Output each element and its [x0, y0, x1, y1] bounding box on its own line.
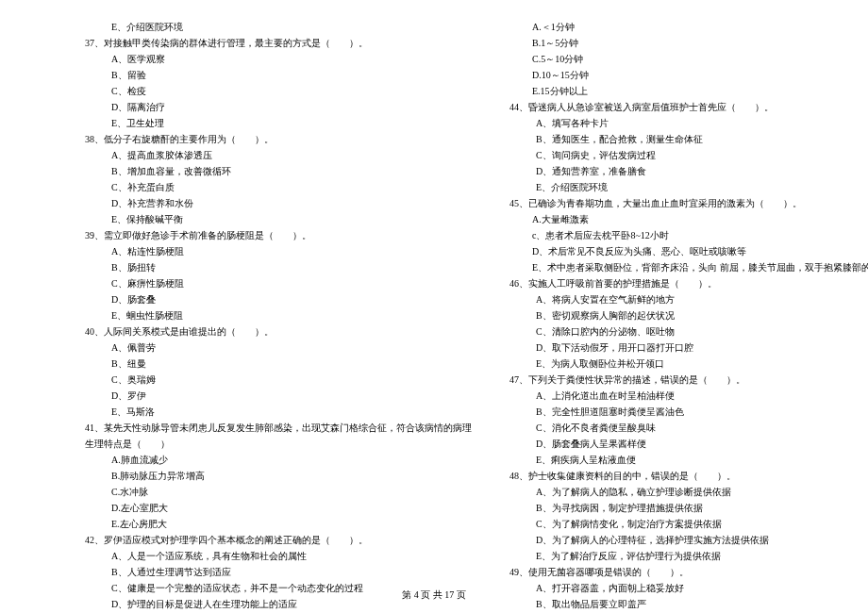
page-footer: 第 4 页 共 17 页	[0, 588, 868, 602]
question-line: 41、某先天性动脉导管未闭患儿反复发生肺部感染，出现艾森门格综合征，符合该病情的…	[85, 420, 472, 436]
option-line: E.左心房肥大	[85, 516, 472, 532]
option-line: E、为了解治疗反应，评估护理行为提供依据	[509, 548, 868, 564]
option-line: A、填写各种卡片	[509, 115, 868, 131]
question-line: 39、需立即做好急诊手术前准备的肠梗阻是（ ）。	[85, 227, 472, 243]
question-line: 48、护士收集健康资料的目的中，错误的是（ ）。	[509, 468, 868, 484]
option-line: D、肠套叠	[85, 291, 472, 307]
option-line: C、麻痹性肠梗阻	[85, 275, 472, 291]
option-line: D、为了解病人的心理特征，选择护理实施方法提供依据	[509, 532, 868, 548]
option-line: c、患者术后应去枕平卧8~12小时	[509, 227, 868, 243]
option-line: D.左心室肥大	[85, 500, 472, 516]
option-line: E、为病人取侧卧位并松开领口	[509, 356, 868, 372]
option-line: C、消化不良者粪便呈酸臭味	[509, 420, 868, 436]
page-columns: E、介绍医院环境37、对接触甲类传染病的群体进行管理，最主要的方式是（ ）。A、…	[85, 19, 807, 575]
option-line: C、清除口腔内的分泌物、呕吐物	[509, 323, 868, 340]
option-line: E、卫生处理	[85, 115, 472, 131]
option-line: A、上消化道出血在时呈柏油样便	[509, 388, 868, 404]
option-line: C、奥瑞姆	[85, 372, 472, 388]
option-line: B、密切观察病人胸部的起伏状况	[509, 307, 868, 323]
option-line: A.＜1分钟	[509, 19, 868, 35]
option-line: B、肠扭转	[85, 259, 472, 275]
option-line: B.1～5分钟	[509, 35, 868, 51]
option-line: E、马斯洛	[85, 404, 472, 420]
question-line: 37、对接触甲类传染病的群体进行管理，最主要的方式是（ ）。	[85, 35, 472, 51]
option-line: D、补充营养和水份	[85, 195, 472, 211]
option-line: E.15分钟以上	[509, 83, 868, 99]
option-line: C、为了解病情变化，制定治疗方案提供依据	[509, 516, 868, 532]
option-line: B、人通过生理调节达到适应	[85, 564, 472, 580]
option-line: B、完全性胆道阻塞时粪便呈酱油色	[509, 404, 868, 420]
option-line: D、取下活动假牙，用开口器打开口腔	[509, 340, 868, 356]
question-line: 45、已确诊为青春期功血，大量出血止血时宜采用的激素为（ ）。	[509, 195, 868, 211]
option-line: A.大量雌激素	[509, 211, 868, 227]
option-line: E、介绍医院环境	[85, 19, 472, 35]
left-column: E、介绍医院环境37、对接触甲类传染病的群体进行管理，最主要的方式是（ ）。A、…	[85, 19, 472, 575]
option-line: B、通知医生，配合抢救，测量生命体征	[509, 131, 868, 147]
option-line: D、罗伊	[85, 388, 472, 404]
option-line: C、检疫	[85, 83, 472, 99]
question-line: 47、下列关于粪便性状异常的描述，错误的是（ ）。	[509, 372, 868, 388]
option-line: A、提高血浆胶体渗透压	[85, 147, 472, 163]
question-line: 40、人际间关系模式是由谁提出的（ ）。	[85, 323, 472, 340]
option-line: E、痢疾病人呈粘液血便	[509, 452, 868, 468]
option-line: B、纽曼	[85, 356, 472, 372]
option-line: A、医学观察	[85, 51, 472, 67]
option-line: A、为了解病人的隐私，确立护理诊断提供依据	[509, 484, 868, 500]
option-line: E、蛔虫性肠梗阻	[85, 307, 472, 323]
option-line: A、佩普劳	[85, 340, 472, 356]
option-line: E、介绍医院环境	[509, 179, 868, 195]
option-line: B、留验	[85, 67, 472, 83]
option-line: E、保持酸碱平衡	[85, 211, 472, 227]
question-line: 49、使用无菌容器哪项是错误的（ ）。	[509, 564, 868, 580]
option-line: B.肺动脉压力异常增高	[85, 468, 472, 484]
question-continuation: 生理特点是（ ）	[85, 436, 472, 452]
option-line: A.肺血流减少	[85, 452, 472, 468]
option-line: A、粘连性肠梗阻	[85, 243, 472, 259]
option-line: C.5～10分钟	[509, 51, 868, 67]
question-line: 38、低分子右旋糖酐的主要作用为（ ）。	[85, 131, 472, 147]
question-line: 46、实施人工呼吸前首要的护理措施是（ ）。	[509, 275, 868, 291]
option-line: C.水冲脉	[85, 484, 472, 500]
option-line: B、为寻找病因，制定护理措施提供依据	[509, 500, 868, 516]
question-line: 42、罗伊适应模式对护理学四个基本概念的阐述正确的是（ ）。	[85, 532, 472, 548]
option-line: D、术后常见不良反应为头痛、恶心、呕吐或咳嗽等	[509, 243, 868, 259]
right-column: A.＜1分钟B.1～5分钟C.5～10分钟D.10～15分钟E.15分钟以上44…	[509, 19, 868, 575]
option-line: D.10～15分钟	[509, 67, 868, 83]
option-line: E、术中患者采取侧卧位，背部齐床沿，头向 前屈，膝关节屈曲，双手抱紧膝部的姿势	[509, 259, 868, 275]
option-line: B、增加血容量，改善微循环	[85, 163, 472, 179]
option-line: D、肠套叠病人呈果酱样便	[509, 436, 868, 452]
option-line: D、隔离治疗	[85, 99, 472, 115]
option-line: C、询问病史，评估发病过程	[509, 147, 868, 163]
option-line: D、通知营养室，准备膳食	[509, 163, 868, 179]
option-line: C、补充蛋白质	[85, 179, 472, 195]
option-line: A、人是一个适应系统，具有生物和社会的属性	[85, 548, 472, 564]
question-line: 44、昏迷病人从急诊室被送入病室后值班护士首先应（ ）。	[509, 99, 868, 115]
option-line: A、将病人安置在空气新鲜的地方	[509, 291, 868, 307]
